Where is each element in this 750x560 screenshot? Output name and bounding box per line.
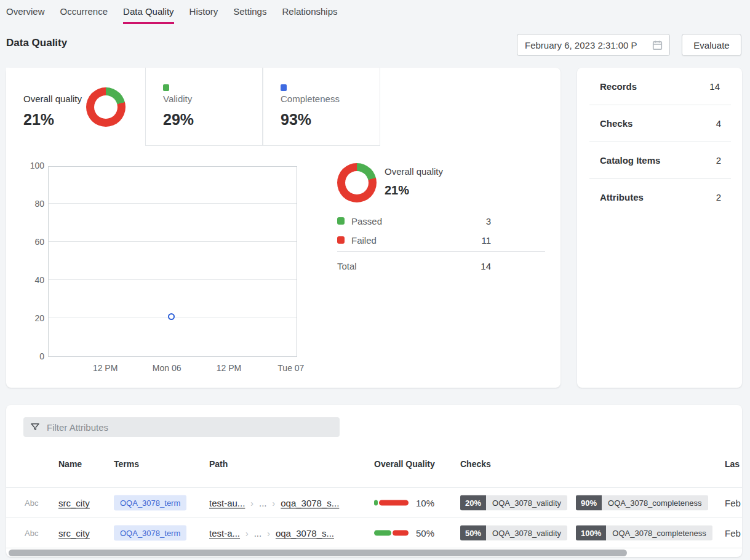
tab-overview[interactable]: Overview: [6, 6, 45, 24]
legend-value: 3: [460, 216, 491, 226]
legend-label: Passed: [351, 216, 460, 226]
tab-relationships[interactable]: Relationships: [282, 6, 337, 24]
quality-bar: [374, 530, 409, 536]
quality-bar-passed: [374, 530, 391, 536]
evaluate-button[interactable]: Evaluate: [682, 34, 741, 56]
y-axis-tick-label: 40: [6, 275, 44, 285]
quality-cards-row: Overall quality21%Validity29%Completenes…: [6, 68, 561, 146]
check-percent-badge: 90%: [576, 495, 602, 511]
quality-card-validity[interactable]: Validity29%: [145, 68, 263, 146]
attribute-name-link[interactable]: src_city: [58, 528, 90, 538]
stats-panel: Records14Checks4Catalog Items2Attributes…: [577, 68, 742, 388]
stat-label: Checks: [600, 118, 716, 129]
check-percent-badge: 50%: [460, 526, 486, 541]
legend-label: Failed: [351, 235, 460, 246]
stat-value: 2: [716, 155, 721, 166]
stat-row-attributes: Attributes2: [589, 178, 731, 215]
chart-gridline: [49, 203, 297, 204]
tab-settings[interactable]: Settings: [233, 6, 266, 24]
check-chip-oqa-3078-completeness[interactable]: 90%OQA_3078_completeness: [576, 495, 708, 511]
card-value: 93%: [281, 111, 311, 129]
card-donut-chart: [86, 87, 126, 127]
check-chip-oqa-3078-completeness[interactable]: 100%OQA_3078_completeness: [576, 526, 712, 541]
last-evaluated-cell: Feb: [725, 528, 741, 538]
stat-label: Records: [600, 81, 709, 92]
path-ellipsis: ...: [254, 528, 262, 538]
check-percent-badge: 100%: [576, 526, 606, 541]
check-name: OQA_3078_completeness: [602, 495, 708, 511]
column-header-checks: Checks: [460, 459, 491, 469]
datetime-value: February 6, 2023 2:31:00 P: [525, 40, 652, 50]
data-quality-page: OverviewOccurrenceData QualityHistorySet…: [0, 0, 750, 560]
path-link[interactable]: oqa_3078_s...: [276, 528, 334, 538]
legend-row-passed: Passed3: [337, 214, 545, 228]
path-link[interactable]: test-au...: [209, 498, 245, 508]
attribute-name-link[interactable]: src_city: [58, 498, 90, 508]
passed-marker-icon: [337, 217, 345, 225]
column-header-terms: Terms: [114, 459, 139, 469]
chart-gridline: [49, 279, 297, 280]
table-row: Abcsrc_cityOQA_3078_termtest-au...›...›o…: [6, 487, 742, 518]
stat-label: Catalog Items: [600, 155, 716, 166]
card-value: 21%: [23, 111, 54, 129]
y-axis-tick-label: 100: [6, 161, 44, 170]
chevron-right-icon: ›: [273, 498, 276, 508]
x-axis-tick-label: 12 PM: [201, 363, 257, 373]
quality-overview-panel: Overall quality21%Validity29%Completenes…: [6, 68, 561, 388]
checks-cell: 20%OQA_3078_validity90%OQA_3078_complete…: [460, 495, 708, 511]
tab-history[interactable]: History: [189, 6, 218, 24]
quality-card-completeness[interactable]: Completeness93%: [263, 68, 380, 146]
summary-donut-value: 21%: [385, 183, 409, 198]
legend-row-failed: Failed11: [337, 233, 545, 247]
chevron-right-icon: ›: [250, 498, 253, 508]
path-link[interactable]: test-a...: [209, 528, 240, 538]
attr-table-header: NameTermsPathOverall QualityChecksLas: [6, 459, 742, 474]
card-marker-icon: [163, 84, 169, 91]
chevron-right-icon: ›: [267, 529, 270, 538]
tab-occurrence[interactable]: Occurrence: [60, 6, 108, 24]
quality-bar: [374, 500, 409, 506]
datetime-picker[interactable]: February 6, 2023 2:31:00 P: [517, 34, 670, 56]
card-marker-icon: [281, 84, 287, 91]
tab-data-quality[interactable]: Data Quality: [123, 6, 174, 24]
overall-quality-cell: 50%: [374, 528, 434, 538]
filter-attributes-input[interactable]: [47, 422, 333, 433]
summary-donut-label: Overall quality: [385, 166, 443, 177]
term-chip[interactable]: OQA_3078_term: [114, 526, 186, 541]
column-header-las: Las: [725, 459, 740, 469]
attribute-type-icon: Abc: [25, 498, 38, 508]
summary-total-row: Total 14: [337, 258, 545, 273]
check-chip-oqa-3078-validity[interactable]: 50%OQA_3078_validity: [460, 526, 567, 541]
attributes-table-panel: NameTermsPathOverall QualityChecksLas Ab…: [6, 405, 742, 557]
failed-marker-icon: [337, 236, 345, 244]
quality-card-overall-quality[interactable]: Overall quality21%: [6, 68, 145, 146]
term-chip[interactable]: OQA_3078_term: [114, 495, 186, 511]
filter-attributes-box: [23, 417, 340, 437]
x-axis-tick-label: 12 PM: [78, 363, 133, 373]
table-row: Abcsrc_cityOQA_3078_termtest-a...›...›oq…: [6, 518, 742, 548]
check-chip-oqa-3078-validity[interactable]: 20%OQA_3078_validity: [460, 495, 567, 511]
x-axis-tick-label: Tue 07: [263, 363, 319, 373]
check-name: OQA_3078_validity: [486, 526, 567, 541]
last-evaluated-cell: Feb: [725, 498, 741, 508]
table-bottom-border: [6, 548, 742, 548]
page-title: Data Quality: [6, 37, 67, 49]
horizontal-scrollbar[interactable]: [9, 550, 627, 556]
path-breadcrumb: test-a...›...›oqa_3078_s...: [209, 528, 334, 538]
check-name: OQA_3078_validity: [486, 495, 567, 511]
stat-row-checks: Checks4: [589, 105, 731, 142]
overall-quality-cell: 10%: [374, 498, 434, 508]
total-label: Total: [337, 261, 460, 271]
checks-cell: 50%OQA_3078_validity100%OQA_3078_complet…: [460, 526, 712, 541]
quality-percent-label: 10%: [416, 498, 434, 508]
stat-value: 14: [709, 81, 720, 92]
filter-icon: [30, 422, 41, 433]
path-link[interactable]: oqa_3078_s...: [281, 498, 339, 508]
y-axis-tick-label: 0: [6, 351, 44, 361]
quality-percent-label: 50%: [416, 528, 434, 538]
stat-value: 4: [716, 118, 721, 129]
y-axis-tick-label: 20: [6, 313, 44, 323]
y-axis-tick-label: 80: [6, 199, 44, 209]
summary-donut: [337, 163, 377, 202]
check-name: OQA_3078_completeness: [606, 526, 712, 541]
